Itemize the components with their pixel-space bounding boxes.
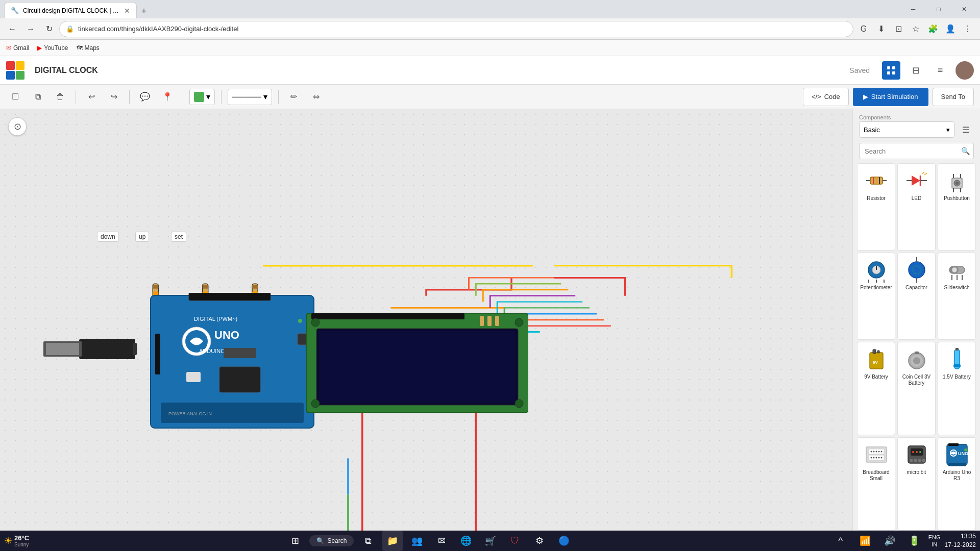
capacitor-label: Capacitor [905,285,927,291]
taskbar-app-1[interactable]: ⚙ [529,531,550,551]
bookmark-gmail[interactable]: ✉ Gmail [6,44,29,52]
component-15vbattery[interactable]: 1.5V Battery [938,342,976,435]
browser-frame: 🔧 Circuit design DIGITAL CLOCK | T... ✕ … [0,0,980,551]
schematic-view-button[interactable]: ⊟ [906,61,925,80]
download-icon[interactable]: ⬇ [873,21,889,37]
user-avatar[interactable] [955,61,974,80]
component-pushbutton[interactable]: Pushbutton [938,163,976,251]
bookmark-youtube[interactable]: ▶ YouTube [37,44,68,52]
security-button[interactable]: 🛡 [505,531,525,551]
copy-button[interactable]: ⧉ [29,88,47,106]
comment-button[interactable]: 💬 [136,88,154,106]
battery-icon[interactable]: 🔋 [904,531,924,551]
search-icon: 🔍 [961,147,970,155]
svg-point-39 [311,318,320,327]
component-slideswitch[interactable]: Slideswitch [938,253,976,340]
svg-point-89 [913,357,920,364]
resistor-icon [864,168,889,193]
new-tab-button[interactable]: + [137,4,151,18]
tab-favicon: 🔧 [11,7,19,15]
send-to-button[interactable]: Send To [933,88,974,106]
start-simulation-button[interactable]: ▶ Start Simulation [853,88,928,106]
components-grid: Resistor [853,163,980,531]
circuit-view-button[interactable] [882,61,900,80]
draw-tool-button[interactable]: ✏ [285,88,303,106]
color-picker-button[interactable]: ▾ [189,89,215,105]
more-options-icon[interactable]: ⋮ [960,21,976,37]
mirror-button[interactable]: ⇔ [307,88,326,106]
taskbar-search[interactable]: 🔍 Search [309,535,354,546]
svg-rect-36 [311,313,464,319]
panel-toggle-button[interactable]: ❯ [852,310,853,330]
back-button[interactable]: ← [4,21,20,37]
profile-icon[interactable]: 👤 [942,21,959,37]
component-breadboard[interactable]: Breadboard Small [857,437,895,531]
address-bar[interactable]: 🔒 tinkercad.com/things/dkkIAAXB290-digit… [59,21,853,37]
app-content: DIGITAL CLOCK Saved ⊟ ≡ ☐ ⧉ 🗑 ↩ ↪ 💬 📍 ▾ [0,56,980,531]
new-document-button[interactable]: ☐ [6,88,24,106]
lcd-display [306,313,528,415]
refresh-button[interactable]: ↻ [41,21,57,37]
weather-info: 26°C Sunny [14,534,29,547]
component-9vbattery[interactable]: 9V 9V Battery [857,342,895,435]
google-icon[interactable]: G [855,21,872,37]
mail-button[interactable]: ✉ [431,531,452,551]
list-view-button[interactable]: ☰ [958,121,974,138]
component-search-input[interactable] [859,143,974,159]
component-coincell[interactable]: Coin Cell 3V Battery [897,342,936,435]
url-text: tinkercad.com/things/dkkIAAXB290-digital… [78,25,238,33]
component-potentiometer[interactable]: Potentiometer [857,253,895,340]
line-style-button[interactable]: ───── ▾ [228,89,272,105]
component-resistor[interactable]: Resistor [857,163,895,251]
component-led[interactable]: LED [897,163,936,251]
extensions-icon[interactable]: 🧩 [925,21,941,37]
system-tray-button[interactable]: ^ [830,531,851,551]
svg-rect-18 [46,343,79,355]
chrome-button[interactable]: 🔵 [554,531,574,551]
task-view-button[interactable]: ⧉ [358,531,378,551]
component-capacitor[interactable]: Capacitor [897,253,936,340]
bookmark-maps[interactable]: 🗺 Maps [77,44,100,52]
circuit-canvas[interactable]: ⊙ [0,109,852,531]
store-button[interactable]: 🛒 [480,531,501,551]
browser-button[interactable]: 🌐 [456,531,476,551]
bookmark-star-icon[interactable]: ☆ [908,21,924,37]
maximize-button[interactable]: □ [927,1,950,17]
network-icon[interactable]: 📶 [855,531,875,551]
component-microbit[interactable]: micro:bit [897,437,936,531]
svg-rect-114 [918,459,921,462]
tinkercad-toolbar: ☐ ⧉ 🗑 ↩ ↪ 💬 📍 ▾ ───── ▾ ✏ ⇔ [0,85,980,109]
svg-rect-112 [910,459,913,462]
redo-button[interactable]: ↪ [105,88,123,106]
delete-button[interactable]: 🗑 [51,88,69,106]
cast-icon[interactable]: ⊡ [890,21,906,37]
code-button[interactable]: </> Code [803,88,849,106]
toolbar-separator-5 [278,90,279,104]
svg-rect-5 [153,285,158,289]
tab-close-button[interactable]: ✕ [124,7,130,15]
time-text: 13:35 [945,532,976,541]
code-view-button[interactable]: ≡ [931,61,949,80]
undo-button[interactable]: ↩ [82,88,101,106]
weather-condition: Sunny [14,542,29,547]
svg-rect-93 [953,364,961,367]
category-selector[interactable]: Basic ▾ [859,121,954,138]
start-button[interactable]: ⊞ [285,531,305,551]
browser-toolbar-icons: G ⬇ ⊡ ☆ 🧩 👤 ⋮ [855,21,976,37]
close-button[interactable]: ✕ [952,1,976,17]
teams-button[interactable]: 👥 [407,531,427,551]
line-dropdown-arrow: ▾ [263,92,267,102]
svg-point-122 [964,448,967,452]
clock-display[interactable]: 13:35 17-12-2022 [945,532,976,549]
potentiometer-label: Potentiometer [860,285,892,291]
tinkercad-logo [6,61,24,80]
component-arduinouno[interactable]: UNO Arduino Uno R3 [938,437,976,531]
taskbar-apps[interactable]: 📁 [382,531,403,551]
volume-icon[interactable]: 🔊 [879,531,900,551]
minimize-button[interactable]: ─ [901,1,925,17]
active-tab[interactable]: 🔧 Circuit design DIGITAL CLOCK | T... ✕ [4,2,137,18]
forward-button[interactable]: → [22,21,39,37]
note-button[interactable]: 📍 [158,88,177,106]
resistor-label: Resistor [867,195,886,202]
tab-title: Circuit design DIGITAL CLOCK | T... [23,7,120,14]
